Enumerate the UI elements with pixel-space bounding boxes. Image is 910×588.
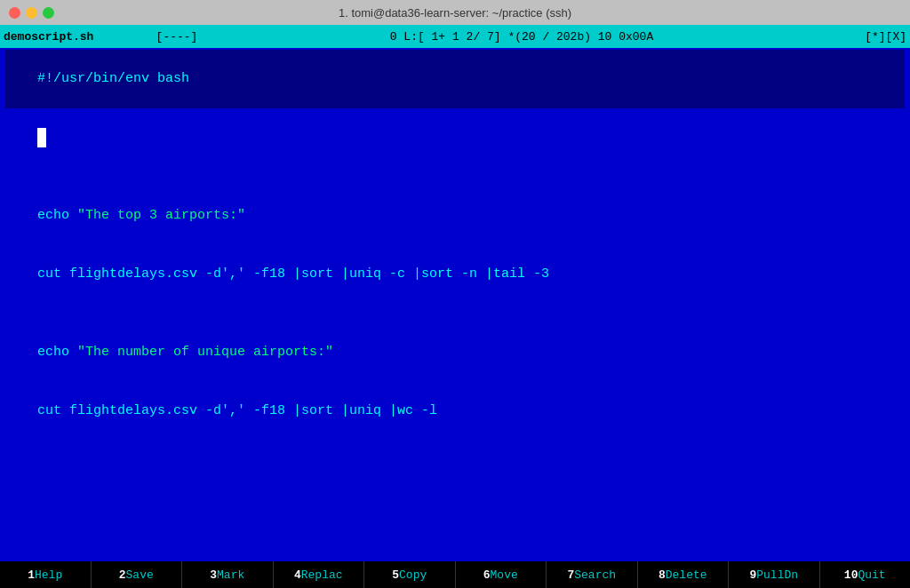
fn-num-6: 6	[483, 568, 491, 582]
fn-num-8: 8	[659, 568, 666, 582]
fn-num-4: 4	[294, 568, 301, 582]
title-bar: 1. tomi@data36-learn-server: ~/practice …	[0, 0, 910, 25]
editor-line-3	[5, 167, 905, 187]
editor-line-7: echo "The number of unique airports:"	[5, 323, 905, 382]
fn-key-2[interactable]: 2Save	[92, 561, 183, 588]
cut-cmd-1: cut flightdelays.csv -d',' -f18 |sort |u…	[37, 266, 549, 282]
editor-line-2	[5, 108, 905, 167]
fn-label-4: Replac	[301, 568, 343, 582]
status-flags: [*][X]	[835, 30, 906, 44]
editor-line-1: #!/usr/bin/env bash	[5, 50, 905, 108]
cursor	[37, 128, 46, 147]
fn-num-10: 10	[844, 568, 858, 582]
window-controls	[9, 7, 54, 19]
fn-label-7: Search	[574, 568, 616, 582]
fn-key-5[interactable]: 5Copy	[364, 561, 456, 588]
fn-label-1: Help	[35, 568, 62, 582]
editor-line-4: echo "The top 3 airports:"	[5, 187, 905, 245]
echo-keyword-1: echo	[37, 208, 77, 223]
window-title: 1. tomi@data36-learn-server: ~/practice …	[339, 6, 571, 20]
fn-num-3: 3	[210, 568, 217, 582]
fn-key-3[interactable]: 3Mark	[182, 561, 274, 588]
fn-label-9: PullDn	[756, 568, 798, 582]
close-button[interactable]	[9, 7, 20, 19]
fn-key-8[interactable]: 8Delete	[638, 561, 730, 588]
fn-key-7[interactable]: 7Search	[547, 561, 638, 588]
fn-label-10: Quit	[858, 568, 885, 582]
fn-num-9: 9	[749, 568, 756, 582]
fn-key-4[interactable]: 4Replac	[274, 561, 365, 588]
status-filename: demoscript.sh	[4, 30, 146, 44]
fn-label-6: Move	[491, 568, 518, 582]
fn-num-2: 2	[119, 568, 126, 582]
fn-key-9[interactable]: 9PullDn	[729, 561, 820, 588]
editor-area[interactable]: #!/usr/bin/env bash echo "The top 3 airp…	[0, 48, 910, 561]
shebang-text: #!/usr/bin/env bash	[37, 71, 189, 86]
fn-label-3: Mark	[217, 568, 244, 582]
editor-line-6	[5, 304, 905, 323]
maximize-button[interactable]	[43, 7, 54, 19]
fn-label-2: Save	[126, 568, 154, 582]
function-bar: 1Help2Save3Mark4Replac5Copy6Move7Search8…	[0, 561, 910, 588]
editor-line-8: cut flightdelays.csv -d',' -f18 |sort |u…	[5, 382, 905, 441]
echo-string-1: "The top 3 airports:"	[77, 208, 245, 223]
fn-key-1[interactable]: 1Help	[0, 561, 92, 588]
minimize-button[interactable]	[26, 7, 37, 19]
fn-num-5: 5	[392, 568, 399, 582]
fn-num-1: 1	[28, 568, 35, 582]
status-info: 0 L:[ 1+ 1 2/ 7] *(20 / 202b) 10 0x00A	[208, 30, 835, 44]
fn-key-6[interactable]: 6Move	[456, 561, 547, 588]
fn-label-5: Copy	[399, 568, 427, 582]
fn-num-7: 7	[567, 568, 574, 582]
echo-keyword-2: echo	[37, 345, 77, 360]
fn-label-8: Delete	[666, 568, 707, 582]
cut-cmd-2: cut flightdelays.csv -d',' -f18 |sort |u…	[37, 403, 437, 418]
status-bar: demoscript.sh [----] 0 L:[ 1+ 1 2/ 7] *(…	[0, 25, 910, 48]
echo-string-2: "The number of unique airports:"	[77, 345, 333, 360]
editor-line-5: cut flightdelays.csv -d',' -f18 |sort |u…	[5, 245, 905, 304]
status-mode: [----]	[146, 30, 208, 44]
fn-key-10[interactable]: 10Quit	[820, 561, 911, 588]
